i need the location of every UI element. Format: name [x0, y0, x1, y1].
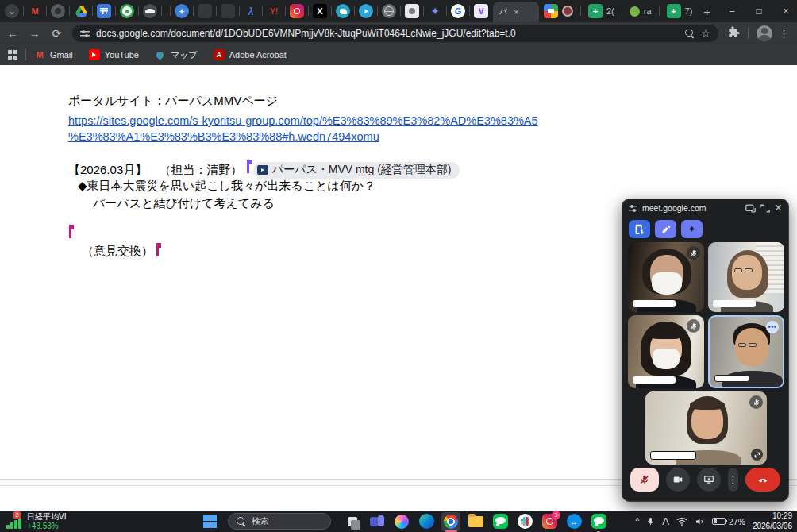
taskbar-app-teamviewer[interactable]: ↔ — [564, 512, 583, 531]
forward-button[interactable]: → — [25, 24, 44, 43]
camera-icon — [672, 474, 683, 485]
tab-calendar-app[interactable] — [97, 4, 111, 18]
doc-meeting-heading: 【2026.03月】 （担当：清野） — [68, 163, 242, 178]
tile-more-options-button[interactable]: ••• — [766, 321, 779, 333]
close-pip-button[interactable]: × — [775, 201, 782, 215]
expand-tile-button[interactable] — [751, 449, 763, 461]
widgets-button[interactable]: 2 日経平均VI +43.53% — [6, 511, 66, 532]
meet-pip-window[interactable]: meet.google.com × ✦ — [622, 199, 789, 502]
more-options-button[interactable]: ⋮ — [728, 468, 738, 492]
taskbar-app-chrome-active[interactable] — [441, 512, 460, 531]
tab-yahoo[interactable]: Y! — [267, 4, 281, 18]
tab-blue-asterisk-site[interactable]: ✳ — [175, 4, 189, 18]
tab-instagram[interactable] — [290, 4, 304, 18]
url-text[interactable]: docs.google.com/document/d/1DObUDE6VMNPm… — [96, 28, 679, 39]
task-view-button[interactable] — [343, 512, 362, 531]
tab-gray-app[interactable] — [405, 4, 419, 18]
taskbar-clock[interactable]: 10:29 2026/03/06 — [753, 511, 792, 531]
expand-pip-button[interactable] — [760, 204, 770, 213]
battery-indicator[interactable]: 27% — [712, 517, 745, 526]
taskbar-app-copilot[interactable] — [392, 512, 411, 531]
back-button[interactable]: ← — [3, 24, 22, 43]
tab-telegram[interactable]: ➤ — [359, 4, 373, 18]
site-info-icon[interactable] — [80, 29, 90, 37]
mic-toggle-button-muted[interactable] — [630, 468, 659, 492]
mic-in-use-indicator[interactable] — [646, 516, 655, 526]
taskbar-search-input[interactable]: 検索 — [228, 513, 331, 530]
tab-divider — [23, 6, 24, 16]
maximize-button[interactable]: □ — [745, 1, 772, 21]
bookmark-maps[interactable]: マップ — [155, 49, 198, 61]
tab-twitter-bird[interactable] — [336, 4, 350, 18]
doc-question-line-1: ◆東日本大震災を思い起こし我々が出来ることは何か？ — [78, 179, 375, 194]
taskbar-app-edge[interactable] — [417, 512, 436, 531]
participant-tile-5-self[interactable] — [645, 391, 767, 465]
tab-lambda-site[interactable]: λ — [244, 4, 258, 18]
open-notes-button[interactable] — [629, 220, 650, 238]
tab-sheets-1[interactable]: + 2( — [585, 4, 618, 18]
participant-tile-1[interactable] — [628, 242, 704, 312]
leave-call-button[interactable] — [745, 468, 780, 492]
taskbar-app-teams[interactable] — [368, 512, 387, 531]
draw-button[interactable] — [655, 220, 676, 238]
tab-globe-site[interactable] — [382, 4, 396, 18]
new-tab-button[interactable]: + — [695, 5, 718, 18]
microphone-icon — [646, 516, 655, 526]
minimize-button[interactable]: – — [718, 1, 745, 21]
volume-indicator[interactable] — [695, 517, 705, 526]
wifi-indicator[interactable] — [676, 517, 687, 526]
tab-google-drive[interactable] — [74, 4, 88, 18]
doc-link-line-1[interactable]: https://sites.google.com/s-kyoritsu-grou… — [68, 114, 538, 127]
profile-avatar[interactable] — [757, 25, 772, 41]
tab-gemini[interactable]: ✦ — [428, 4, 442, 18]
bookmark-star-icon[interactable]: ☆ — [701, 27, 711, 40]
tab-title: ra — [644, 6, 652, 16]
tab-gmail[interactable]: M — [28, 4, 42, 18]
tab-green-ring-site[interactable] — [120, 4, 134, 18]
start-button[interactable] — [203, 515, 217, 528]
extensions-button[interactable] — [728, 26, 740, 41]
bookmark-gmail[interactable]: M Gmail — [34, 49, 73, 60]
ra-favicon — [630, 6, 640, 17]
tab-meet[interactable] — [541, 4, 576, 18]
ime-mode-indicator[interactable]: A — [662, 515, 669, 527]
tab-g-circle-site[interactable]: G — [451, 4, 465, 18]
taskbar-app-explorer[interactable] — [466, 512, 485, 531]
camera-toggle-button[interactable] — [666, 468, 690, 492]
calendar-event-chip[interactable]: パーパス・MVV mtg (経営管理本部) — [253, 162, 460, 179]
meet-camera-icon — [544, 4, 558, 18]
pip-settings-icon[interactable] — [629, 204, 637, 212]
taskbar-app-line-2[interactable] — [589, 512, 608, 531]
participant-tile-3[interactable] — [628, 315, 704, 388]
tab-purple-app[interactable]: V — [474, 4, 488, 18]
close-tab-icon[interactable]: × — [514, 7, 518, 17]
taskbar-app-instagram[interactable]: 3 — [540, 512, 559, 531]
taskbar-app-slack[interactable] — [515, 512, 534, 531]
bookmark-acrobat[interactable]: A Adobe Acrobat — [214, 49, 287, 60]
close-icon: × — [775, 201, 782, 215]
taskbar-app-line[interactable] — [491, 512, 510, 531]
tab-dim-site-2[interactable] — [221, 4, 235, 18]
browser-menu-button[interactable]: ⋮ — [779, 28, 789, 40]
zoom-icon[interactable] — [685, 29, 695, 38]
tab-hat-site[interactable] — [143, 4, 157, 18]
apps-grid-icon[interactable] — [8, 50, 17, 60]
tab-search-button[interactable]: ⌄ — [5, 4, 19, 18]
tab-ra[interactable]: ra — [626, 6, 655, 17]
tab-dim-site-1[interactable] — [198, 4, 212, 18]
tab-sheets-2[interactable]: + 7) — [664, 4, 696, 18]
close-window-button[interactable]: × — [772, 1, 797, 21]
present-screen-button[interactable] — [697, 468, 721, 492]
address-bar[interactable]: docs.google.com/document/d/1DObUDE6VMNPm… — [72, 25, 718, 42]
active-tab-docs[interactable]: パ × — [493, 2, 539, 22]
bookmark-youtube[interactable]: YouTube — [89, 49, 139, 60]
reload-button[interactable]: ⟳ — [47, 24, 66, 43]
hidden-icons-button[interactable]: ^ — [636, 517, 640, 526]
back-to-tab-button[interactable] — [745, 204, 756, 213]
tab-x[interactable]: X — [313, 4, 327, 18]
doc-link-line-2[interactable]: %E3%83%A1%E3%83%B3%E3%83%88#h.wedn7494xo… — [68, 130, 379, 143]
gemini-button[interactable]: ✦ — [681, 220, 703, 238]
tab-dark-site[interactable] — [51, 4, 65, 18]
participant-tile-4-active-speaker[interactable]: ••• — [708, 315, 784, 388]
participant-tile-2[interactable] — [708, 242, 784, 312]
